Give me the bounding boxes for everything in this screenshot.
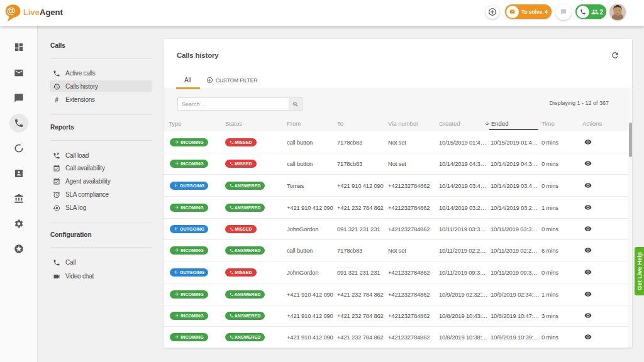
svg-text:@: @ <box>7 6 16 16</box>
svg-text:#: # <box>55 97 58 104</box>
